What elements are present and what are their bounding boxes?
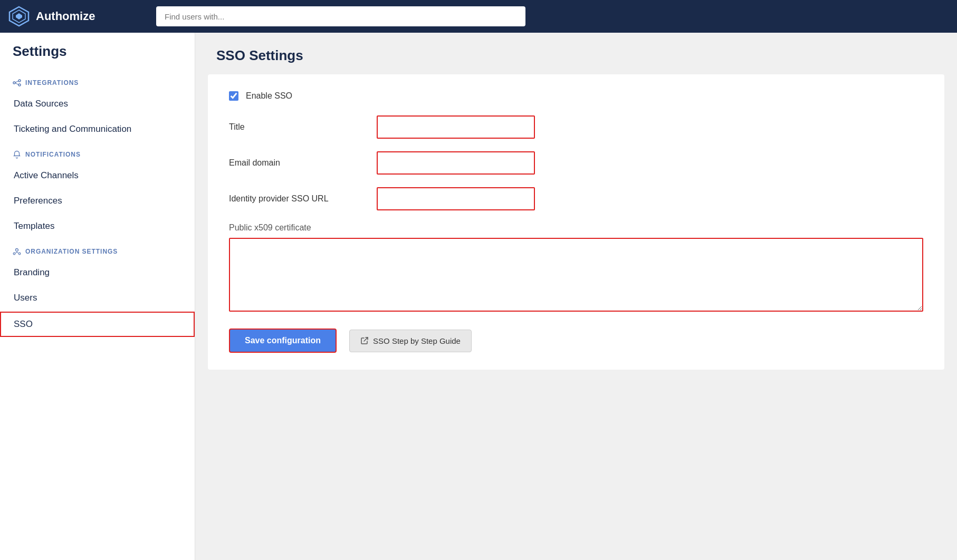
- sidebar-item-data-sources[interactable]: Data Sources: [0, 91, 195, 117]
- sidebar-item-preferences[interactable]: Preferences: [0, 188, 195, 214]
- layout: Settings INTEGRATIONS Data Sources Ticke…: [0, 33, 957, 560]
- sidebar-title: Settings: [0, 43, 195, 70]
- title-label: Title: [229, 122, 377, 132]
- page-header: SSO Settings: [195, 33, 957, 74]
- svg-point-3: [13, 82, 15, 84]
- sidebar: Settings INTEGRATIONS Data Sources Ticke…: [0, 33, 195, 560]
- email-domain-input[interactable]: [377, 151, 535, 175]
- email-domain-row: Email domain: [229, 151, 923, 175]
- sidebar-item-templates[interactable]: Templates: [0, 214, 195, 239]
- sidebar-item-ticketing-label: Ticketing and Communication: [14, 124, 131, 134]
- svg-point-8: [16, 249, 18, 252]
- enable-sso-row: Enable SSO: [229, 91, 923, 101]
- section-integrations-label: INTEGRATIONS: [25, 79, 79, 86]
- sidebar-item-users-label: Users: [14, 293, 37, 303]
- sidebar-item-preferences-label: Preferences: [14, 196, 62, 206]
- idp-sso-url-input[interactable]: [377, 187, 535, 210]
- title-row: Title: [229, 115, 923, 139]
- section-notifications-label: NOTIFICATIONS: [25, 151, 81, 158]
- sidebar-item-active-channels[interactable]: Active Channels: [0, 163, 195, 188]
- section-notifications: NOTIFICATIONS: [0, 142, 195, 163]
- logo-icon: [8, 6, 30, 27]
- external-link-icon: [360, 336, 369, 345]
- title-input[interactable]: [377, 115, 535, 139]
- sidebar-item-active-channels-label: Active Channels: [14, 170, 79, 180]
- save-button[interactable]: Save configuration: [229, 329, 337, 353]
- sidebar-item-branding-label: Branding: [14, 267, 50, 277]
- cert-section: Public x509 certificate: [229, 223, 923, 314]
- svg-line-7: [15, 83, 18, 85]
- search-container: [156, 6, 525, 26]
- sidebar-item-users[interactable]: Users: [0, 285, 195, 311]
- brand: Authomize: [8, 6, 146, 27]
- topnav: Authomize: [0, 0, 957, 33]
- sidebar-item-templates-label: Templates: [14, 221, 54, 231]
- sidebar-item-branding[interactable]: Branding: [0, 260, 195, 285]
- main-content: SSO Settings Enable SSO Title Email doma…: [195, 33, 957, 560]
- integrations-icon: [13, 79, 21, 87]
- svg-point-10: [18, 253, 21, 255]
- sidebar-item-data-sources-label: Data Sources: [14, 99, 68, 109]
- idp-sso-url-row: Identity provider SSO URL: [229, 187, 923, 210]
- brand-name: Authomize: [36, 9, 95, 23]
- org-icon: [13, 247, 21, 256]
- guide-button-label: SSO Step by Step Guide: [373, 336, 461, 345]
- form-card: Enable SSO Title Email domain Identity p…: [208, 74, 944, 370]
- section-integrations: INTEGRATIONS: [0, 70, 195, 91]
- section-org: ORGANIZATION SETTINGS: [0, 239, 195, 260]
- svg-point-9: [13, 253, 15, 255]
- search-input[interactable]: [156, 6, 525, 26]
- svg-line-6: [15, 81, 18, 83]
- cert-label: Public x509 certificate: [229, 223, 923, 233]
- idp-sso-url-label: Identity provider SSO URL: [229, 194, 377, 204]
- sidebar-item-sso-label: SSO: [14, 319, 33, 329]
- cert-textarea[interactable]: [229, 238, 923, 312]
- svg-point-4: [18, 80, 21, 82]
- btn-row: Save configuration SSO Step by Step Guid…: [229, 329, 923, 353]
- sidebar-item-ticketing[interactable]: Ticketing and Communication: [0, 117, 195, 142]
- svg-marker-2: [16, 13, 22, 20]
- page-title: SSO Settings: [216, 47, 936, 64]
- enable-sso-checkbox[interactable]: [229, 91, 238, 101]
- guide-button[interactable]: SSO Step by Step Guide: [349, 330, 472, 352]
- section-org-label: ORGANIZATION SETTINGS: [25, 248, 118, 255]
- sidebar-item-sso[interactable]: SSO: [0, 312, 195, 337]
- enable-sso-label: Enable SSO: [246, 91, 292, 101]
- svg-point-5: [18, 84, 21, 86]
- email-domain-label: Email domain: [229, 158, 377, 168]
- bell-icon: [13, 150, 21, 159]
